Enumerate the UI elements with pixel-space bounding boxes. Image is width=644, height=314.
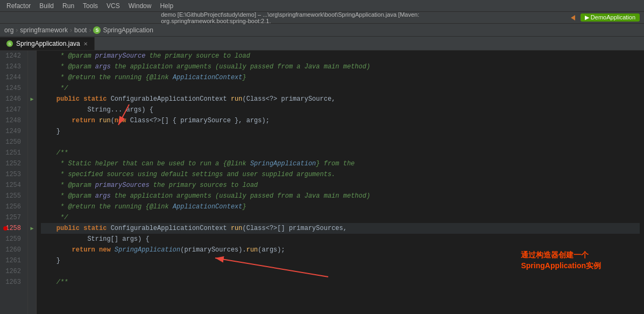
menu-bar: Refactor Build Run Tools VCS Window Help — [0, 0, 644, 12]
title-bar: demo [E:\GithubProject\study\demo] – ...… — [0, 12, 644, 24]
tab-close-button[interactable]: ✕ — [83, 41, 88, 47]
breadcrumb-springapplication[interactable]: SpringApplication — [103, 26, 153, 34]
gutter-1254 — [28, 180, 36, 191]
code-line-1252: * Static helper that can be used to run … — [41, 158, 640, 169]
line-num-1246: 1246 — [2, 94, 23, 104]
gutter-1262 — [28, 266, 36, 277]
gutter-run-1246[interactable]: ▶ — [28, 94, 36, 104]
tab-bar: S SpringApplication.java ✕ — [0, 37, 644, 51]
line-num-1253: 1253 — [2, 169, 23, 180]
line-num-1262: 1262 — [2, 266, 23, 277]
menu-run[interactable]: Run — [58, 1, 79, 11]
line-num-1257: 1257 — [2, 212, 23, 223]
line-num-1242: 1242 — [2, 51, 23, 61]
code-line-1247: String... args) { — [41, 104, 640, 115]
line-num-1263: 1263 — [2, 277, 23, 288]
code-line-1254: * @param primarySources the primary sour… — [41, 180, 640, 191]
code-line-1256: * @return the running {@link Application… — [41, 201, 640, 212]
editor-area: 1242 1243 1244 1245 1246 1247 1248 1249 … — [0, 51, 644, 314]
svg-marker-0 — [571, 15, 575, 20]
code-line-1250 — [41, 137, 640, 148]
code-line-1263: /** — [41, 277, 640, 288]
code-line-1258: public static ConfigurableApplicationCon… — [41, 223, 640, 234]
line-num-1251: 1251 — [2, 148, 23, 158]
gutter-1257 — [28, 212, 36, 223]
code-line-1260: return new SpringApplication(primarySour… — [41, 245, 640, 255]
line-num-1260: 1260 — [2, 245, 23, 255]
title-text: demo [E:\GithubProject\study\demo] – ...… — [161, 11, 483, 24]
code-line-1243: * @param args the application arguments … — [41, 61, 640, 72]
line-numbers: 1242 1243 1244 1245 1246 1247 1248 1249 … — [0, 51, 28, 314]
line-num-1250: 1250 — [2, 137, 23, 148]
gutter: ▶ ▶ — [28, 51, 37, 314]
code-line-1261: } — [41, 255, 640, 266]
line-num-1249: 1249 — [2, 126, 23, 137]
code-line-1259: String[] args) { — [41, 234, 640, 245]
line-num-1261: 1261 — [2, 255, 23, 266]
line-num-1247: 1247 — [2, 104, 23, 115]
line-num-1254: 1254 — [2, 180, 23, 191]
code-line-1251: /** — [41, 148, 640, 158]
code-line-1248: return run(new Class<?>[] { primarySourc… — [41, 115, 640, 126]
back-icon[interactable] — [569, 13, 577, 22]
menu-help[interactable]: Help — [155, 1, 178, 11]
code-line-1253: * specified sources using default settin… — [41, 169, 640, 180]
gutter-1260 — [28, 245, 36, 255]
breadcrumb-springframework[interactable]: springframework — [20, 26, 68, 34]
gutter-1263 — [28, 277, 36, 288]
line-num-1256: 1256 — [2, 201, 23, 212]
code-line-1244: * @return the running {@link Application… — [41, 72, 640, 83]
gutter-1252 — [28, 158, 36, 169]
gutter-1253 — [28, 169, 36, 180]
line-num-1255: 1255 — [2, 191, 23, 201]
breadcrumb-boot[interactable]: boot — [74, 26, 87, 34]
gutter-1261 — [28, 255, 36, 266]
code-line-1245: */ — [41, 83, 640, 94]
code-line-1242: * @param primarySource the primary sourc… — [41, 51, 640, 61]
menu-tools[interactable]: Tools — [79, 1, 102, 11]
line-num-1244: 1244 — [2, 72, 23, 83]
code-line-1255: * @param args the application arguments … — [41, 191, 640, 201]
gutter-1248 — [28, 115, 36, 126]
spring-icon: S — [93, 26, 101, 34]
menu-refactor[interactable]: Refactor — [2, 1, 35, 11]
gutter-1259 — [28, 234, 36, 245]
breadcrumb-sep3: › — [89, 26, 91, 34]
menu-window[interactable]: Window — [124, 1, 156, 11]
breadcrumb-org[interactable]: org — [4, 26, 13, 34]
gutter-1249 — [28, 126, 36, 137]
gutter-1245 — [28, 83, 36, 94]
code-line-1246: public static ConfigurableApplicationCon… — [41, 94, 640, 104]
tab-label: SpringApplication.java — [16, 40, 80, 47]
gutter-1255 — [28, 191, 36, 201]
code-line-1257: */ — [41, 212, 640, 223]
line-num-1258: 1258 — [2, 223, 23, 234]
line-num-1248: 1248 — [2, 115, 23, 126]
tab-springapplication[interactable]: S SpringApplication.java ✕ — [0, 37, 95, 50]
code-content: * @param primarySource the primary sourc… — [37, 51, 644, 314]
code-line-1262 — [41, 266, 640, 277]
title-bar-right: ▶ DemoApplication — [569, 13, 640, 22]
breadcrumb: org › springframework › boot › S SpringA… — [0, 24, 644, 37]
gutter-1243 — [28, 61, 36, 72]
gutter-1242 — [28, 51, 36, 61]
gutter-1256 — [28, 201, 36, 212]
gutter-1247 — [28, 104, 36, 115]
breadcrumb-sep1: › — [16, 26, 18, 34]
line-num-1243: 1243 — [2, 61, 23, 72]
tab-spring-icon: S — [6, 40, 13, 47]
menu-build[interactable]: Build — [35, 1, 58, 11]
line-num-1259: 1259 — [2, 234, 23, 245]
gutter-1250 — [28, 137, 36, 148]
gutter-1251 — [28, 148, 36, 158]
menu-vcs[interactable]: VCS — [102, 1, 124, 11]
gutter-1244 — [28, 72, 36, 83]
line-num-1245: 1245 — [2, 83, 23, 94]
line-num-1252: 1252 — [2, 158, 23, 169]
run-button[interactable]: ▶ DemoApplication — [581, 13, 640, 22]
breadcrumb-sep2: › — [70, 26, 72, 34]
gutter-run-1258[interactable]: ▶ — [28, 223, 36, 234]
code-line-1249: } — [41, 126, 640, 137]
